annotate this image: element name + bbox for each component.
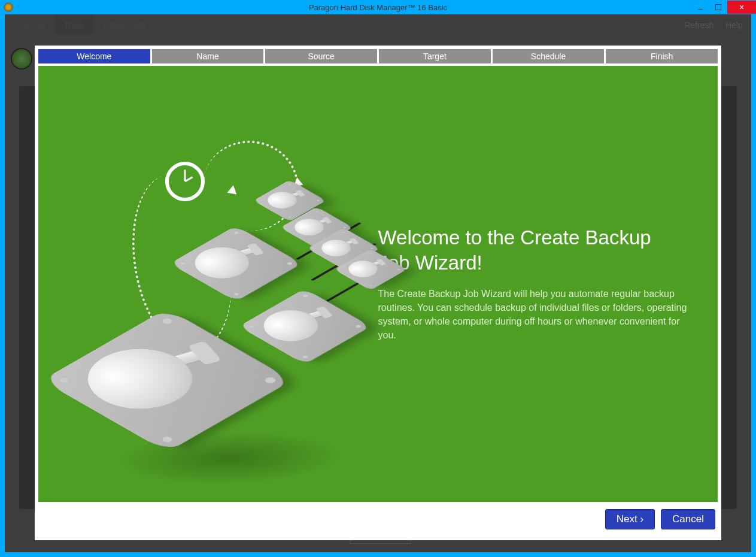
step-schedule[interactable]: Schedule [493, 49, 605, 63]
menu-home: Home [13, 16, 54, 35]
step-welcome[interactable]: Welcome [38, 49, 150, 63]
step-finish[interactable]: Finish [606, 49, 718, 63]
minimize-button[interactable] [691, 1, 709, 14]
wizard-illustration [38, 66, 378, 502]
window-title: Paragon Hard Disk Manager™ 16 Basic [309, 3, 447, 12]
menu-help: Help [725, 20, 743, 30]
window-frame: Paragon Hard Disk Manager™ 16 Basic × Ho… [0, 0, 756, 557]
app-logo-icon [11, 48, 32, 69]
app-icon [4, 2, 13, 12]
wizard-heading: Welcome to the Create Backup Job Wizard! [378, 225, 688, 275]
maximize-button[interactable] [709, 1, 727, 14]
app-content: Home Tools Expert view Refresh Help My C… [5, 14, 751, 552]
menu-tools: Tools [54, 16, 93, 35]
next-button[interactable]: Next › [605, 509, 655, 529]
step-source[interactable]: Source [265, 49, 377, 63]
wizard-footer: Next › Cancel [35, 502, 721, 537]
step-name[interactable]: Name [152, 49, 264, 63]
wizard-description: The Create Backup Job Wizard will help y… [378, 287, 688, 343]
step-target[interactable]: Target [379, 49, 491, 63]
clock-icon [165, 162, 205, 201]
menu-refresh: Refresh [684, 20, 714, 30]
cancel-button[interactable]: Cancel [661, 509, 715, 529]
wizard-body: Welcome to the Create Backup Job Wizard!… [38, 66, 718, 502]
close-button[interactable]: × [727, 1, 756, 14]
wizard-breadcrumb: Welcome Name Source Target Schedule Fini… [35, 46, 721, 66]
menu-expert: Expert view [93, 16, 156, 35]
titlebar[interactable]: Paragon Hard Disk Manager™ 16 Basic × [0, 0, 756, 14]
backup-wizard-dialog: Welcome Name Source Target Schedule Fini… [35, 46, 721, 540]
